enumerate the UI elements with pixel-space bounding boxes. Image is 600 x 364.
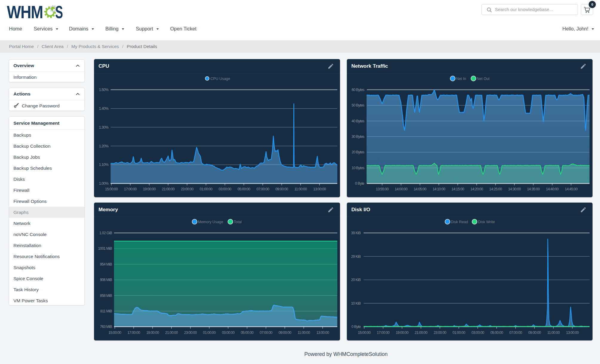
svg-text:Disk Write: Disk Write <box>478 220 495 224</box>
svg-text:11:00:00: 11:00:00 <box>294 187 307 191</box>
svg-text:01:00:00: 01:00:00 <box>453 331 465 335</box>
svg-text:11:00:00: 11:00:00 <box>547 331 560 335</box>
svg-text:60 Bytes: 60 Bytes <box>352 88 364 92</box>
svg-text:1.00%: 1.00% <box>99 181 109 186</box>
svg-text:Net In: Net In <box>456 77 466 81</box>
svg-text:763 MiB: 763 MiB <box>100 325 112 329</box>
svg-text:10 Bytes: 10 Bytes <box>352 166 364 170</box>
svg-text:0 Byte: 0 Byte <box>355 181 364 186</box>
svg-text:17:00:00: 17:00:00 <box>127 331 140 335</box>
svg-text:29 KiB: 29 KiB <box>351 255 361 259</box>
svg-text:13:00:00: 13:00:00 <box>313 187 326 191</box>
svg-text:1.30%: 1.30% <box>99 125 109 129</box>
svg-text:23:00:00: 23:00:00 <box>184 331 197 335</box>
svg-text:14:05:00: 14:05:00 <box>414 187 427 191</box>
svg-text:09:00:00: 09:00:00 <box>279 331 291 335</box>
svg-text:1.40%: 1.40% <box>99 107 109 111</box>
svg-text:858 MiB: 858 MiB <box>100 294 112 298</box>
svg-text:Memory Usage: Memory Usage <box>198 220 223 224</box>
svg-text:13:00:00: 13:00:00 <box>566 331 579 335</box>
svg-text:07:00:00: 07:00:00 <box>260 331 273 335</box>
svg-text:14:35:00: 14:35:00 <box>527 187 540 191</box>
svg-text:10 KiB: 10 KiB <box>351 301 361 306</box>
svg-text:20 Bytes: 20 Bytes <box>352 150 364 154</box>
svg-text:811 MiB: 811 MiB <box>100 309 112 313</box>
svg-text:13:55:00: 13:55:00 <box>376 187 389 191</box>
svg-text:01:00:00: 01:00:00 <box>203 331 216 335</box>
svg-text:20 KiB: 20 KiB <box>351 278 361 282</box>
svg-text:0 Byte: 0 Byte <box>351 325 361 329</box>
svg-text:Net Out: Net Out <box>477 77 490 81</box>
svg-text:21:00:00: 21:00:00 <box>415 331 427 335</box>
svg-text:CPU Usage: CPU Usage <box>210 77 230 81</box>
svg-text:21:00:00: 21:00:00 <box>162 187 175 191</box>
svg-text:39 KiB: 39 KiB <box>351 231 361 235</box>
svg-text:23:00:00: 23:00:00 <box>433 331 446 335</box>
svg-text:Total: Total <box>234 220 241 224</box>
svg-text:14:30:00: 14:30:00 <box>508 187 521 191</box>
svg-text:13:00:00: 13:00:00 <box>316 331 329 335</box>
svg-text:1.20%: 1.20% <box>99 144 109 148</box>
svg-text:03:00:00: 03:00:00 <box>219 187 231 191</box>
svg-text:09:00:00: 09:00:00 <box>275 187 288 191</box>
svg-text:05:00:00: 05:00:00 <box>238 187 250 191</box>
svg-text:14:40:00: 14:40:00 <box>546 187 559 191</box>
svg-text:1001 MiB: 1001 MiB <box>98 246 112 251</box>
svg-text:17:00:00: 17:00:00 <box>124 187 137 191</box>
svg-text:07:00:00: 07:00:00 <box>509 331 522 335</box>
svg-text:17:00:00: 17:00:00 <box>377 331 390 335</box>
svg-text:40 Bytes: 40 Bytes <box>352 119 364 123</box>
svg-text:14:25:00: 14:25:00 <box>489 187 502 191</box>
svg-text:14:45:00: 14:45:00 <box>565 187 578 191</box>
svg-text:14:00:00: 14:00:00 <box>395 187 407 191</box>
svg-text:03:00:00: 03:00:00 <box>471 331 484 335</box>
svg-text:19:00:00: 19:00:00 <box>143 187 156 191</box>
svg-text:30 Bytes: 30 Bytes <box>352 135 364 139</box>
svg-text:15:00:00: 15:00:00 <box>358 331 371 335</box>
svg-text:01:00:00: 01:00:00 <box>200 187 213 191</box>
svg-text:05:00:00: 05:00:00 <box>490 331 503 335</box>
svg-text:11:00:00: 11:00:00 <box>298 331 310 335</box>
svg-text:954 MiB: 954 MiB <box>100 262 112 266</box>
svg-text:14:10:00: 14:10:00 <box>433 187 445 191</box>
svg-text:23:00:00: 23:00:00 <box>181 187 193 191</box>
svg-text:14:15:00: 14:15:00 <box>451 187 464 191</box>
svg-text:50 Bytes: 50 Bytes <box>352 103 364 107</box>
svg-text:21:00:00: 21:00:00 <box>165 331 178 335</box>
svg-text:05:00:00: 05:00:00 <box>241 331 253 335</box>
svg-text:15:00:00: 15:00:00 <box>108 331 121 335</box>
svg-text:1.10%: 1.10% <box>99 163 109 167</box>
svg-text:07:00:00: 07:00:00 <box>256 187 269 191</box>
svg-text:19:00:00: 19:00:00 <box>146 331 159 335</box>
svg-text:1.02 GiB: 1.02 GiB <box>99 231 112 235</box>
svg-text:Disk Read: Disk Read <box>451 220 468 224</box>
svg-text:03:00:00: 03:00:00 <box>222 331 235 335</box>
svg-text:14:20:00: 14:20:00 <box>470 187 483 191</box>
svg-text:906 MiB: 906 MiB <box>100 278 112 282</box>
svg-text:19:00:00: 19:00:00 <box>396 331 409 335</box>
svg-text:1.50%: 1.50% <box>99 88 109 92</box>
svg-text:15:00:00: 15:00:00 <box>105 187 118 191</box>
svg-text:09:00:00: 09:00:00 <box>528 331 541 335</box>
